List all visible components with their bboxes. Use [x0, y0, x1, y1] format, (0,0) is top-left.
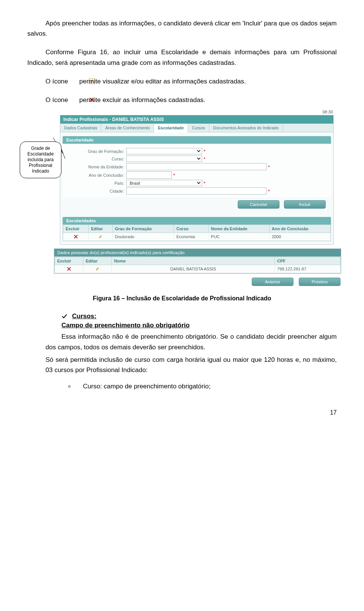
cell-edit[interactable]: [89, 233, 113, 241]
app-window: Indicar Profissionais - DANIEL BATISTA A…: [60, 115, 334, 245]
cell-grau: Doutorado: [113, 233, 174, 241]
tab-documentos[interactable]: Documentos Anexados do Indicado: [209, 124, 283, 132]
cell-entidade: PUC: [209, 233, 269, 241]
col-excluir: Excluir: [63, 225, 89, 233]
select-grau-formacao[interactable]: [126, 148, 202, 154]
tab-dados-cadastrais[interactable]: Dados Cadastrais: [60, 124, 101, 132]
delete-x-icon: [66, 266, 72, 272]
required-marker: *: [267, 165, 270, 169]
col-editar: Editar: [83, 257, 112, 265]
heading-cursos-line: Cursos:: [61, 313, 337, 320]
tab-areas-conhecimento[interactable]: Áreas de Conhecimento: [101, 124, 154, 132]
section-header-escolaridades: Escolaridades: [63, 217, 331, 225]
cell-edit[interactable]: [83, 265, 112, 273]
timestamp-label: 08:30: [60, 108, 336, 115]
window-title: Indicar Profissionais - DANIEL BATISTA A…: [60, 115, 333, 124]
text-fragment: O ícone: [46, 96, 70, 104]
required-marker: *: [202, 149, 205, 154]
label-curso: Curso:: [68, 157, 126, 161]
text-fragment: permite visualizar e/ou editar as inform…: [79, 78, 246, 85]
paragraph-cursos-2: Só será permitida inclusão de curso com …: [46, 355, 337, 375]
form-escolaridade: Grau de Formação: * Curso: * Nome da Ent…: [63, 144, 331, 197]
edit-pencil-icon: [95, 266, 100, 272]
table-row: Doutorado Economia PUC 2000: [63, 233, 331, 241]
bullet-marker: o: [68, 384, 71, 388]
bullet-text: Curso: campo de preenchimento obrigatóri…: [83, 383, 210, 390]
cell-cpf: 798.122.281-87: [275, 265, 340, 273]
cell-ano: 2000: [269, 233, 330, 241]
paragraph-intro-2: Conforme Figura 16, ao incluir uma Escol…: [27, 47, 337, 68]
section-header-escolaridade: Escolaridade: [63, 136, 331, 144]
required-marker: *: [267, 189, 270, 193]
label-entidade: Nome da Entidade:: [68, 165, 126, 169]
text-fragment: permite excluir as informações cadastrad…: [79, 96, 206, 104]
callout-bubble: Grade de Escolaridade incluída para Prof…: [20, 141, 61, 178]
paragraph-edit-icon: O ícone permite visualizar e/ou editar a…: [27, 76, 337, 86]
cell-nome: DANIEL BATISTA ASSIS: [112, 265, 275, 273]
col-ano: Ano de Conclusão: [269, 225, 330, 233]
nav-button-row: Anterior Próximo: [54, 274, 345, 286]
required-marker: *: [202, 157, 205, 161]
grid-escolaridades: Excluir Editar Grau de Formação Curso No…: [63, 225, 331, 241]
col-grau: Grau de Formação: [113, 225, 174, 233]
text-fragment: O ícone: [46, 78, 70, 85]
heading-cursos: Cursos:: [72, 313, 96, 320]
cell-delete[interactable]: [55, 265, 83, 273]
input-cidade[interactable]: [126, 187, 267, 195]
input-entidade[interactable]: [126, 163, 267, 170]
select-curso[interactable]: [126, 155, 202, 162]
tab-cursos[interactable]: Cursos: [188, 124, 209, 132]
tab-escolaridade[interactable]: Escolaridade: [154, 124, 188, 132]
input-ano-conclusao[interactable]: [126, 171, 172, 179]
tab-bar: Dados Cadastrais Áreas de Conhecimento E…: [60, 124, 333, 132]
col-entidade: Nome da Entidade: [209, 225, 269, 233]
section-header-profissionais: Dados pessoais do(s) profissional(is) in…: [54, 249, 341, 256]
label-cidade: Cidade:: [68, 189, 126, 193]
check-icon: [61, 313, 67, 319]
anterior-button[interactable]: Anterior: [252, 278, 293, 286]
required-marker: *: [202, 181, 205, 185]
figure-screenshot-wrapper: Grade de Escolaridade incluída para Prof…: [27, 108, 337, 286]
label-pais: País:: [68, 181, 126, 185]
select-pais[interactable]: Brasil: [126, 180, 202, 186]
figure-caption: Figura 16 – Inclusão de Escolaridade de …: [27, 295, 337, 302]
edit-icon: [71, 77, 77, 83]
page-number: 17: [27, 409, 337, 416]
col-cpf: CPF: [275, 257, 340, 265]
col-nome: Nome: [112, 257, 275, 265]
paragraph-cursos-1: Essa informação não é de preenchimento o…: [46, 331, 337, 352]
form-button-row: Cancelar Incluir: [63, 197, 331, 213]
subheading-campo: Campo de preenchimento não obrigatório: [61, 322, 337, 329]
col-excluir: Excluir: [55, 257, 83, 265]
incluir-button[interactable]: Incluir: [284, 200, 326, 209]
col-curso: Curso: [174, 225, 209, 233]
delete-x-icon: [73, 234, 78, 239]
paragraph-intro-1: Após preencher todas as informações, o c…: [27, 18, 337, 39]
grid-profissionais-wrapper: Dados pessoais do(s) profissional(is) in…: [54, 248, 341, 274]
cursos-body: Essa informação não é de preenchimento o…: [46, 331, 337, 375]
table-header-row: Excluir Editar Grau de Formação Curso No…: [63, 225, 331, 233]
proximo-button[interactable]: Próximo: [299, 278, 340, 286]
paragraph-delete-icon: O ícone permite excluir as informações c…: [27, 95, 337, 105]
delete-x-icon: [71, 96, 77, 102]
table-header-row: Excluir Editar Nome CPF: [55, 257, 340, 265]
bullet-item-curso: o Curso: campo de preenchimento obrigató…: [68, 383, 337, 390]
required-marker: *: [172, 173, 175, 177]
edit-pencil-icon: [98, 234, 103, 239]
label-ano: Ano de Conclusão:: [68, 173, 126, 177]
cancelar-button[interactable]: Cancelar: [238, 200, 279, 209]
table-row: DANIEL BATISTA ASSIS 798.122.281-87: [55, 265, 340, 273]
cell-curso: Economia: [174, 233, 209, 241]
label-grau: Grau de Formação:: [68, 149, 126, 154]
cell-delete[interactable]: [63, 233, 89, 241]
col-editar: Editar: [89, 225, 113, 233]
